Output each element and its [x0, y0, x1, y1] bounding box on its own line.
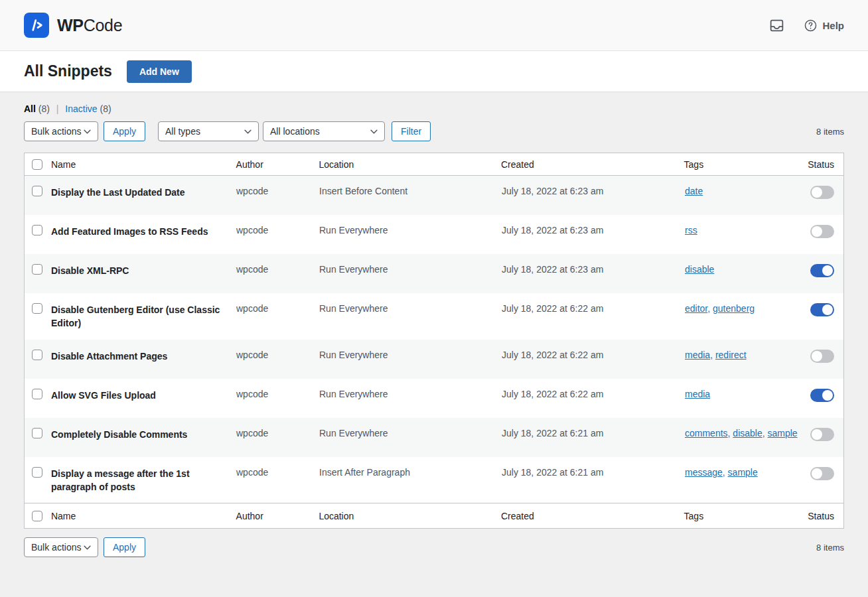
snippet-name-link[interactable]: Display the Last Updated Date: [51, 186, 236, 199]
snippet-created-date: July 18, 2022 at 6:22 am: [502, 389, 685, 399]
snippet-author: wpcode: [236, 467, 319, 478]
select-all-checkbox[interactable]: [32, 159, 42, 170]
column-footer-tags: Tags: [684, 511, 808, 521]
toggle-knob: [812, 351, 822, 362]
row-checkbox[interactable]: [32, 186, 42, 196]
snippet-name-link[interactable]: Display a message after the 1st paragrap…: [51, 467, 236, 494]
tag-link[interactable]: comments: [685, 428, 728, 438]
table-controls-top: Bulk actions Apply All types All locatio…: [24, 121, 844, 141]
tag-link[interactable]: rss: [685, 225, 697, 235]
column-header-location: Location: [319, 159, 501, 170]
toggle-knob: [822, 304, 833, 315]
snippet-created-date: July 18, 2022 at 6:23 am: [502, 186, 685, 196]
help-button[interactable]: Help: [804, 19, 844, 33]
snippet-location: Insert Before Content: [319, 186, 502, 196]
table-header-row: Name Author Location Created Tags Status: [25, 153, 843, 176]
chevron-down-icon: [84, 545, 91, 550]
row-checkbox[interactable]: [32, 350, 42, 360]
snippet-name-link[interactable]: Allow SVG Files Upload: [51, 389, 236, 402]
row-checkbox[interactable]: [32, 225, 42, 235]
snippet-tags: media, redirect: [685, 350, 809, 360]
apply-button-bottom[interactable]: Apply: [104, 537, 145, 557]
row-checkbox[interactable]: [32, 389, 42, 399]
status-toggle[interactable]: [810, 264, 834, 277]
toggle-knob: [812, 226, 822, 237]
apply-button[interactable]: Apply: [104, 121, 145, 141]
column-footer-name: Name: [51, 511, 236, 521]
snippet-name-link[interactable]: Disable Gutenberg Editor (use Classic Ed…: [51, 303, 236, 330]
types-select[interactable]: All types: [158, 121, 259, 141]
table-row: Display a message after the 1st paragrap…: [25, 457, 843, 503]
tag-link[interactable]: date: [685, 186, 703, 196]
snippet-location: Run Everywhere: [319, 264, 502, 275]
column-header-author: Author: [236, 159, 319, 170]
snippet-created-date: July 18, 2022 at 6:21 am: [502, 467, 685, 478]
column-header-created: Created: [501, 159, 684, 170]
row-checkbox[interactable]: [32, 467, 42, 478]
snippet-name-link[interactable]: Completely Disable Comments: [51, 428, 236, 441]
status-toggle[interactable]: [810, 303, 834, 316]
snippet-name-link[interactable]: Add Featured Images to RSS Feeds: [51, 225, 236, 238]
content-area: All (8) | Inactive (8) Bulk actions Appl…: [0, 103, 868, 557]
tag-link[interactable]: gutenberg: [713, 303, 755, 314]
snippet-created-date: July 18, 2022 at 6:22 am: [502, 303, 685, 314]
snippet-location: Run Everywhere: [319, 428, 502, 438]
inbox-icon[interactable]: [768, 17, 785, 34]
view-inactive-link[interactable]: Inactive: [65, 103, 97, 114]
tag-link[interactable]: redirect: [715, 350, 747, 360]
status-toggle[interactable]: [810, 467, 834, 480]
toggle-knob: [812, 468, 822, 479]
locations-select[interactable]: All locations: [263, 121, 385, 141]
status-toggle[interactable]: [810, 225, 834, 238]
status-toggle[interactable]: [810, 186, 834, 199]
add-new-button[interactable]: Add New: [127, 60, 192, 83]
tag-link[interactable]: editor: [685, 303, 707, 314]
snippet-created-date: July 18, 2022 at 6:23 am: [502, 225, 685, 235]
items-count: 8 items: [816, 127, 844, 137]
row-checkbox[interactable]: [32, 264, 42, 275]
select-all-checkbox-bottom[interactable]: [32, 511, 42, 521]
toggle-knob: [812, 187, 822, 198]
table-row: Completely Disable CommentswpcodeRun Eve…: [25, 418, 843, 457]
tag-link[interactable]: sample: [768, 428, 798, 438]
snippet-name-link[interactable]: Disable Attachment Pages: [51, 350, 236, 363]
tag-link[interactable]: message: [685, 467, 723, 478]
bulk-actions-select[interactable]: Bulk actions: [24, 121, 98, 141]
snippet-author: wpcode: [236, 186, 319, 196]
filter-button[interactable]: Filter: [392, 121, 431, 141]
top-bar: WPCode Help: [0, 0, 868, 51]
tag-link[interactable]: disable: [733, 428, 762, 438]
column-footer-author: Author: [236, 511, 319, 521]
status-toggle[interactable]: [810, 428, 834, 441]
snippet-author: wpcode: [236, 350, 319, 360]
table-row: Allow SVG Files UploadwpcodeRun Everywhe…: [25, 379, 843, 418]
tag-link[interactable]: media: [685, 350, 710, 360]
help-label: Help: [822, 20, 844, 31]
snippet-created-date: July 18, 2022 at 6:21 am: [502, 428, 685, 438]
chevron-down-icon: [84, 129, 91, 134]
tag-link[interactable]: disable: [685, 264, 714, 275]
snippet-tags: disable: [685, 264, 809, 275]
status-toggle[interactable]: [810, 350, 834, 363]
title-bar: All Snippets Add New: [0, 51, 868, 92]
bulk-actions-select-bottom[interactable]: Bulk actions: [24, 537, 98, 557]
question-mark-icon: [804, 19, 818, 33]
column-header-status: Status: [808, 159, 843, 170]
snippet-author: wpcode: [236, 389, 319, 399]
column-footer-status: Status: [808, 511, 843, 521]
snippet-tags: comments, disable, sample: [685, 428, 809, 438]
snippet-location: Run Everywhere: [319, 350, 502, 360]
status-toggle[interactable]: [810, 389, 834, 402]
row-checkbox[interactable]: [32, 303, 42, 314]
snippet-created-date: July 18, 2022 at 6:23 am: [502, 264, 685, 275]
row-checkbox[interactable]: [32, 428, 42, 438]
snippet-name-link[interactable]: Disable XML-RPC: [51, 264, 236, 277]
snippet-tags: rss: [685, 225, 809, 235]
view-all-link[interactable]: All: [24, 103, 36, 114]
tag-link[interactable]: media: [685, 389, 710, 399]
table-row: Disable XML-RPCwpcodeRun EverywhereJuly …: [25, 254, 843, 293]
tag-link[interactable]: sample: [728, 467, 758, 478]
snippet-author: wpcode: [236, 264, 319, 275]
wpcode-logo: WPCode: [24, 13, 122, 38]
table-row: Add Featured Images to RSS FeedswpcodeRu…: [25, 215, 843, 254]
